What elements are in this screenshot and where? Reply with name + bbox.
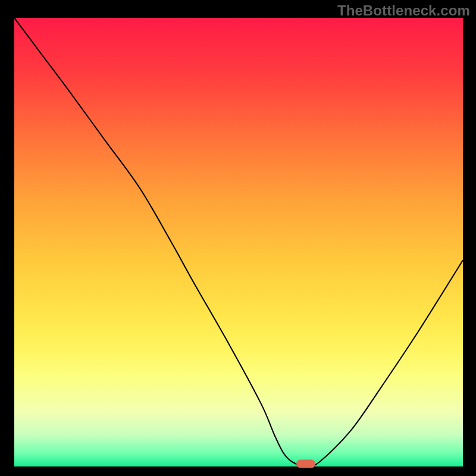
bottleneck-curve — [14, 18, 463, 466]
optimum-marker — [296, 460, 315, 468]
watermark-text: TheBottleneck.com — [337, 2, 470, 19]
curve-svg — [14, 18, 463, 466]
plot-area — [14, 18, 463, 466]
chart-frame: TheBottleneck.com — [0, 0, 476, 476]
